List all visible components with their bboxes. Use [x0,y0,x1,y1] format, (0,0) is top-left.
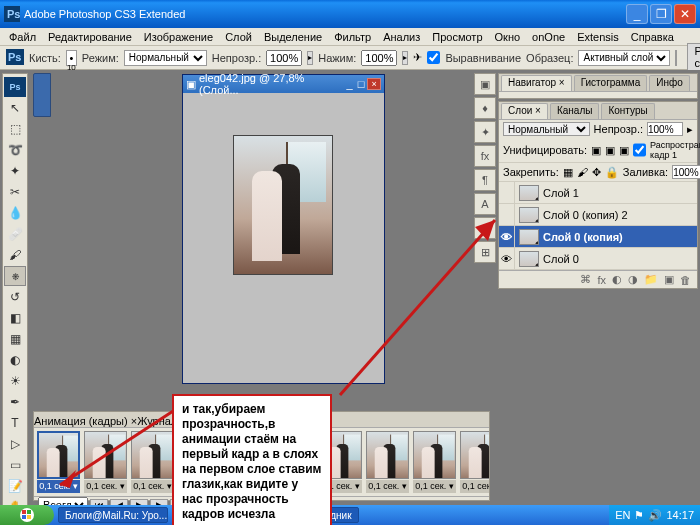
blend-mode-select[interactable]: Нормальный [124,50,207,66]
start-button[interactable] [0,505,54,525]
menu-onone[interactable]: onOne [527,31,570,43]
flow-input[interactable] [361,50,397,66]
menu-выделение[interactable]: Выделение [259,31,327,43]
ps-app-icon: Ps [4,6,20,22]
fill-input[interactable] [672,165,700,179]
visibility-icon[interactable] [499,182,515,203]
lasso-tool[interactable]: ➰ [4,140,26,160]
layer-row[interactable]: Слой 0 (копия) 2 [499,204,697,226]
type-tool[interactable]: T [4,413,26,433]
trash-icon[interactable]: 🗑 [680,274,691,286]
animation-frame[interactable]: 100,1 сек. ▾ [460,431,489,493]
shape-tool[interactable]: ▭ [4,455,26,475]
ps-icon: Ps [6,49,24,67]
layer-row[interactable]: 👁Слой 0 [499,248,697,270]
layer-row[interactable]: Слой 1 [499,182,697,204]
close-button[interactable]: ✕ [674,4,696,24]
tab[interactable]: Контуры [601,103,654,119]
tray-lang[interactable]: EN [615,509,630,521]
animation-frame[interactable]: 90,1 сек. ▾ [413,431,456,493]
minimize-button[interactable]: _ [626,4,648,24]
brush-label: Кисть: [29,52,61,64]
wand-tool[interactable]: ✦ [4,161,26,181]
canvas[interactable] [233,135,333,275]
link-icon[interactable]: ⌘ [580,273,591,286]
unify-icon[interactable]: ▣ [605,144,615,157]
unify-icon[interactable]: ▣ [591,144,601,157]
crop-tool[interactable]: ✂ [4,182,26,202]
new-layer-icon[interactable]: ▣ [664,273,674,286]
layers-panel: Слои ×КаналыКонтуры Нормальный Непрозр.:… [498,101,698,289]
layer-blend-select[interactable]: Нормальный [503,122,590,136]
gradient-tool[interactable]: ▦ [4,329,26,349]
sample-icon[interactable] [675,50,677,66]
brush-preview[interactable]: •10 [66,50,77,66]
tab[interactable]: Навигатор × [501,75,572,91]
tray-time[interactable]: 14:17 [666,509,694,521]
menu-extensis[interactable]: Extensis [572,31,624,43]
menu-изображение[interactable]: Изображение [139,31,218,43]
menu-редактирование[interactable]: Редактирование [43,31,137,43]
lock-trans-icon[interactable]: ▦ [563,166,573,179]
menu-файл[interactable]: Файл [4,31,41,43]
doc-close-icon[interactable]: × [367,78,381,90]
menu-анализ[interactable]: Анализ [378,31,425,43]
stamp-tool[interactable]: ⎈ [4,266,26,286]
airbrush-icon[interactable]: ✈ [413,51,422,64]
align-checkbox[interactable] [427,51,440,64]
flow-chevron-icon[interactable]: ▸ [402,51,408,65]
eraser-tool[interactable]: ◧ [4,308,26,328]
maximize-button[interactable]: ❐ [650,4,672,24]
tray-icon[interactable]: 🔊 [648,509,662,522]
history-brush-tool[interactable]: ↺ [4,287,26,307]
panel-tab-icon[interactable]: ¶ [474,169,496,191]
panel-tab-icon[interactable]: fx [474,145,496,167]
workspace-button[interactable]: Рабочая среда ▾ [687,43,700,72]
layer-opacity-input[interactable] [647,122,683,136]
tab[interactable]: Слои × [501,103,548,119]
layer-name: Слой 0 [543,253,579,265]
chevron-icon[interactable]: ▸ [687,123,693,136]
lock-pixel-icon[interactable]: 🖌 [577,166,588,178]
propagate-checkbox[interactable] [633,143,646,157]
taskbar-item[interactable]: Блоги@Mail.Ru: Уро... [58,507,168,523]
fx-icon[interactable]: fx [597,274,606,286]
lock-all-icon[interactable]: 🔒 [605,166,619,179]
unify-icon[interactable]: ▣ [619,144,629,157]
animation-frame[interactable]: 80,1 сек. ▾ [366,431,409,493]
opacity-input[interactable] [266,50,302,66]
marquee-tool[interactable]: ⬚ [4,119,26,139]
tab[interactable]: Каналы [550,103,600,119]
tray-icon[interactable]: ⚑ [634,509,644,522]
menu-справка[interactable]: Справка [626,31,679,43]
notes-tool[interactable]: 📝 [4,476,26,496]
folder-icon[interactable]: 📁 [644,273,658,286]
blur-tool[interactable]: ◐ [4,350,26,370]
panel-tab-icon[interactable]: ▣ [474,73,496,95]
svg-text:Ps: Ps [7,8,20,20]
path-tool[interactable]: ▷ [4,434,26,454]
healing-tool[interactable]: 🩹 [4,224,26,244]
adj-icon[interactable]: ◑ [628,273,638,286]
layer-row[interactable]: 👁Слой 0 (копия) [499,226,697,248]
doc-min-icon[interactable]: _ [347,78,353,90]
panel-tab-icon[interactable]: ✦ [474,121,496,143]
mask-icon[interactable]: ◐ [612,273,622,286]
menu-просмотр[interactable]: Просмотр [427,31,487,43]
doc-max-icon[interactable]: □ [358,78,365,90]
opacity-chevron-icon[interactable]: ▸ [307,51,313,65]
brush-tool[interactable]: 🖌 [4,245,26,265]
menu-слой[interactable]: Слой [220,31,257,43]
lock-pos-icon[interactable]: ✥ [592,166,601,179]
vertical-tab[interactable] [33,73,51,117]
move-tool[interactable]: ↖ [4,98,26,118]
panel-tab-icon[interactable]: ♦ [474,97,496,119]
tab[interactable]: Гистограмма [574,75,648,91]
tab[interactable]: Инфо [649,75,690,91]
menu-окно[interactable]: Окно [490,31,526,43]
menu-фильтр[interactable]: Фильтр [329,31,376,43]
eyedropper-tool[interactable]: 💧 [4,203,26,223]
dodge-tool[interactable]: ☀ [4,371,26,391]
sample-select[interactable]: Активный слой [578,50,670,66]
pen-tool[interactable]: ✒ [4,392,26,412]
